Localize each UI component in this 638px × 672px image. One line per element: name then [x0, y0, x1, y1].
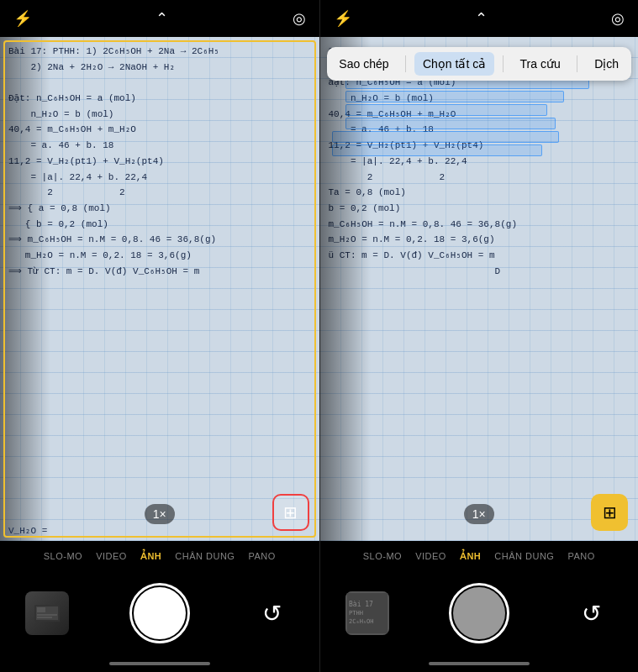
- right-flip-button[interactable]: ↺: [569, 591, 613, 635]
- text-highlight-4: [345, 118, 556, 129]
- right-home-bar: [429, 662, 530, 665]
- right-live-icon[interactable]: ◎: [611, 9, 625, 28]
- context-menu-saochep[interactable]: Sao chép: [330, 52, 397, 76]
- right-mode-slomo[interactable]: SLO-MO: [363, 551, 402, 561]
- right-chevron-icon[interactable]: ⌃: [475, 9, 488, 28]
- right-camera-modes: SLO-MO VIDEO ẢNH CHÂN DUNG PANO: [320, 541, 639, 571]
- svg-text:PTHH: PTHH: [349, 610, 363, 617]
- left-home-indicator: [0, 655, 319, 672]
- left-flip-button[interactable]: ↺: [250, 591, 294, 635]
- left-zoom-badge[interactable]: 1×: [145, 504, 175, 524]
- right-status-bar: ⚡ ⌃ ◎: [320, 0, 639, 37]
- left-mode-slomo[interactable]: SLO-MO: [44, 551, 82, 561]
- left-chevron-icon[interactable]: ⌃: [156, 9, 168, 28]
- text-highlight-3: [345, 104, 547, 116]
- right-gallery-thumb-inner: Bài 17 PTHH 2C₆H₅OH: [345, 591, 389, 635]
- right-ocr-button[interactable]: ⊞: [591, 494, 628, 531]
- right-home-indicator: [320, 655, 639, 672]
- left-live-icon[interactable]: ◎: [293, 9, 306, 28]
- right-mode-anh[interactable]: ẢNH: [460, 551, 481, 562]
- right-flash-icon[interactable]: ⚡: [334, 9, 352, 28]
- right-mode-pano[interactable]: PANO: [567, 551, 594, 561]
- left-mode-chandung[interactable]: CHÂN DUNG: [175, 551, 235, 561]
- left-formula-bottom: V_H₂O =: [8, 525, 47, 536]
- left-math-content: Bài 17: PTHH: 1) 2C₆H₅OH + 2Na → 2C₆H₅ 2…: [0, 37, 319, 541]
- left-shutter-inner: [134, 587, 186, 639]
- context-menu-dich[interactable]: Dịch: [586, 52, 627, 76]
- context-menu-divider-3: [577, 55, 577, 72]
- context-menu-tracuu[interactable]: Tra cứu: [512, 52, 569, 76]
- right-camera-panel: ⚡ ⌃ ◎ Sao chép Chọn tất cả Tra cứu Dịch …: [319, 0, 639, 672]
- left-ocr-button[interactable]: ⊞: [272, 494, 309, 531]
- right-ocr-icon: ⊞: [603, 502, 617, 522]
- context-menu: Sao chép Chọn tất cả Tra cứu Dịch: [327, 47, 632, 81]
- right-viewfinder: 2C₆H₅OH + 2Na → 2C₆H 2Na + 2H₂O → 2NaOH …: [320, 37, 639, 541]
- right-gallery-thumb[interactable]: Bài 17 PTHH 2C₆H₅OH: [345, 591, 389, 635]
- left-mode-anh[interactable]: ẢNH: [140, 551, 161, 562]
- text-highlight-2: [345, 91, 564, 102]
- left-gallery-thumb[interactable]: [25, 591, 69, 635]
- svg-text:Bài 17: Bài 17: [349, 601, 373, 608]
- svg-rect-4: [37, 617, 52, 618]
- left-home-bar: [109, 662, 210, 665]
- left-camera-modes: SLO-MO VIDEO ẢNH CHÂN DUNG PANO: [0, 541, 319, 571]
- left-shutter-button[interactable]: [129, 583, 190, 643]
- context-menu-divider-1: [405, 55, 406, 72]
- text-highlight-5: [332, 131, 559, 143]
- svg-rect-3: [37, 614, 57, 616]
- left-mode-pano[interactable]: PANO: [248, 551, 275, 561]
- svg-rect-2: [37, 607, 45, 612]
- right-shutter-row: Bài 17 PTHH 2C₆H₅OH ↺: [320, 571, 639, 655]
- text-highlight-6: [332, 144, 542, 156]
- left-camera-panel: ⚡ ⌃ ◎ Bài 17: PTHH: 1) 2C₆H₅OH + 2Na → 2…: [0, 0, 319, 672]
- right-shutter-button[interactable]: [449, 583, 509, 643]
- left-gallery-thumb-inner: [25, 591, 69, 635]
- context-menu-divider-2: [503, 55, 504, 72]
- left-ocr-icon: ⊞: [283, 502, 298, 522]
- left-shutter-row: ↺: [0, 571, 319, 655]
- context-menu-chontatca[interactable]: Chọn tất cả: [414, 52, 494, 76]
- right-zoom-badge[interactable]: 1×: [464, 504, 494, 524]
- left-mode-video[interactable]: VIDEO: [96, 551, 127, 561]
- right-mode-chandung[interactable]: CHÂN DUNG: [494, 551, 554, 561]
- left-status-bar: ⚡ ⌃ ◎: [0, 0, 319, 37]
- svg-text:2C₆H₅OH: 2C₆H₅OH: [349, 618, 374, 625]
- right-shutter-inner: [453, 587, 505, 639]
- left-viewfinder: Bài 17: PTHH: 1) 2C₆H₅OH + 2Na → 2C₆H₅ 2…: [0, 37, 319, 541]
- left-flash-icon[interactable]: ⚡: [13, 9, 32, 28]
- right-mode-video[interactable]: VIDEO: [415, 551, 446, 561]
